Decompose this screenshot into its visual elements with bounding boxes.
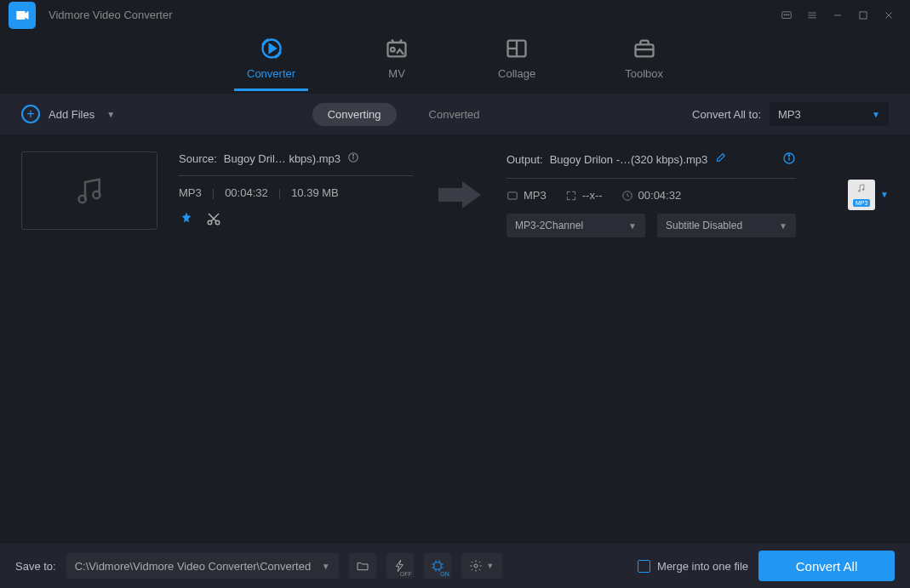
tab-label: Converter bbox=[247, 67, 295, 80]
file-item: Source: Bugoy Dril… kbps).mp3 MP3| 00:04… bbox=[0, 134, 910, 259]
close-button[interactable] bbox=[876, 3, 901, 28]
svg-marker-12 bbox=[269, 44, 275, 52]
feedback-icon[interactable] bbox=[774, 3, 799, 28]
save-path-select[interactable]: C:\Vidmore\Vidmore Video Converter\Conve… bbox=[66, 553, 339, 579]
trim-button[interactable] bbox=[206, 211, 221, 226]
source-filename: Bugoy Dril… kbps).mp3 bbox=[224, 152, 341, 165]
svg-point-24 bbox=[353, 155, 354, 156]
chevron-down-icon: ▼ bbox=[872, 110, 880, 119]
open-folder-button[interactable] bbox=[349, 553, 376, 579]
svg-point-35 bbox=[862, 189, 864, 191]
save-to-label: Save to: bbox=[15, 560, 56, 573]
format-value: MP3 bbox=[778, 108, 872, 121]
svg-rect-32 bbox=[508, 191, 518, 198]
minimize-button[interactable] bbox=[825, 3, 850, 28]
tab-converting[interactable]: Converting bbox=[312, 103, 397, 126]
add-files-label: Add Files bbox=[49, 108, 94, 121]
tab-toolbox[interactable]: Toolbox bbox=[612, 32, 676, 91]
toolbar: + Add Files ▼ Converting Converted Conve… bbox=[0, 94, 910, 134]
convert-all-to-label: Convert All to: bbox=[692, 108, 761, 121]
subtitle-select[interactable]: Subtitle Disabled ▼ bbox=[657, 214, 796, 237]
info-icon[interactable] bbox=[347, 151, 361, 165]
app-title: Vidmore Video Converter bbox=[49, 9, 173, 21]
hardware-accel-toggle[interactable]: ON bbox=[424, 553, 451, 579]
checkbox-icon bbox=[638, 560, 650, 573]
output-duration: 00:04:32 bbox=[638, 189, 682, 202]
format-badge[interactable]: MP3 bbox=[848, 180, 875, 210]
save-path-value: C:\Vidmore\Vidmore Video Converter\Conve… bbox=[75, 560, 322, 573]
output-prefix: Output: bbox=[507, 153, 543, 166]
format-badge-label: MP3 bbox=[853, 199, 870, 207]
nav-tabs: Converter MV Collage Toolbox bbox=[0, 30, 910, 94]
arrow-icon bbox=[434, 180, 485, 210]
output-filename: Bugoy Drilon -…(320 kbps).mp3 bbox=[550, 153, 708, 166]
audio-track-select[interactable]: MP3-2Channel ▼ bbox=[507, 214, 645, 237]
chevron-down-icon: ▼ bbox=[322, 562, 330, 571]
thumbnail[interactable] bbox=[21, 151, 157, 230]
svg-point-1 bbox=[784, 14, 785, 14]
svg-point-45 bbox=[474, 564, 478, 568]
plus-circle-icon: + bbox=[21, 105, 40, 123]
chevron-down-icon: ▼ bbox=[779, 221, 787, 231]
toggle-state: OFF bbox=[400, 571, 412, 577]
settings-button[interactable]: ▼ bbox=[461, 553, 502, 579]
output-format: MP3 bbox=[524, 189, 547, 202]
source-duration: 00:04:32 bbox=[225, 186, 268, 199]
titlebar: Vidmore Video Converter bbox=[0, 0, 910, 30]
tab-converted[interactable]: Converted bbox=[414, 103, 495, 126]
svg-point-3 bbox=[788, 14, 789, 14]
chevron-down-icon: ▼ bbox=[628, 221, 637, 231]
convert-all-button[interactable]: Convert All bbox=[758, 551, 895, 581]
menu-icon[interactable] bbox=[799, 3, 825, 28]
source-column: Source: Bugoy Dril… kbps).mp3 MP3| 00:04… bbox=[179, 151, 413, 226]
item-format-picker: MP3 ▼ bbox=[848, 180, 889, 210]
svg-point-14 bbox=[391, 48, 395, 52]
merge-checkbox[interactable]: Merge into one file bbox=[638, 560, 748, 573]
tab-label: Toolbox bbox=[625, 67, 663, 80]
converter-icon bbox=[260, 37, 283, 60]
info-icon[interactable] bbox=[782, 151, 796, 168]
source-format: MP3 bbox=[179, 186, 202, 199]
rename-icon[interactable] bbox=[714, 152, 726, 167]
output-format-select[interactable]: MP3 ▼ bbox=[770, 102, 889, 126]
svg-rect-36 bbox=[434, 562, 441, 569]
source-prefix: Source: bbox=[179, 152, 217, 165]
tab-collage[interactable]: Collage bbox=[485, 32, 548, 91]
svg-point-31 bbox=[788, 155, 789, 156]
bottom-bar: Save to: C:\Vidmore\Vidmore Video Conver… bbox=[0, 544, 910, 588]
maximize-button[interactable] bbox=[850, 3, 876, 28]
high-speed-toggle[interactable]: OFF bbox=[386, 553, 414, 579]
subtitle-value: Subtitle Disabled bbox=[666, 220, 779, 231]
add-files-button[interactable]: + Add Files ▼ bbox=[21, 105, 115, 123]
svg-point-34 bbox=[858, 190, 860, 191]
tab-mv[interactable]: MV bbox=[372, 32, 421, 91]
toolbox-icon bbox=[632, 37, 656, 60]
tab-label: Collage bbox=[498, 67, 535, 80]
toggle-state: ON bbox=[440, 571, 449, 577]
output-resolution: --x-- bbox=[582, 189, 603, 202]
svg-rect-8 bbox=[860, 11, 867, 18]
chevron-down-icon[interactable]: ▼ bbox=[106, 110, 115, 119]
file-list: Source: Bugoy Dril… kbps).mp3 MP3| 00:04… bbox=[0, 134, 910, 259]
output-column: Output: Bugoy Drilon -…(320 kbps).mp3 MP… bbox=[507, 151, 796, 237]
edit-effects-button[interactable] bbox=[179, 211, 194, 226]
mv-icon bbox=[385, 37, 409, 60]
svg-point-2 bbox=[786, 14, 787, 14]
chevron-down-icon: ▼ bbox=[486, 562, 494, 570]
collage-icon bbox=[505, 37, 529, 60]
app-logo bbox=[9, 2, 36, 29]
svg-point-20 bbox=[79, 196, 86, 203]
audio-value: MP3-2Channel bbox=[515, 220, 628, 231]
source-size: 10.39 MB bbox=[291, 186, 339, 199]
svg-rect-18 bbox=[635, 44, 653, 56]
merge-label: Merge into one file bbox=[657, 560, 748, 573]
music-note-icon bbox=[72, 174, 106, 208]
chevron-down-icon[interactable]: ▼ bbox=[880, 190, 889, 199]
svg-point-21 bbox=[93, 191, 100, 198]
tab-label: MV bbox=[388, 67, 405, 80]
tab-converter[interactable]: Converter bbox=[234, 32, 308, 91]
